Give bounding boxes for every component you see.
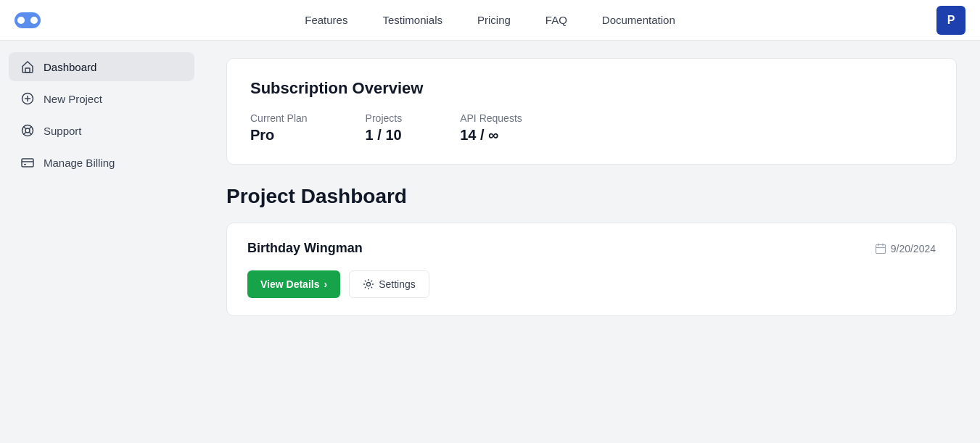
project-card: Birthday Wingman 9/20/2024 Vie [226, 223, 957, 316]
billing-icon [20, 155, 35, 170]
nav-testimonials[interactable]: Testimonials [382, 14, 442, 26]
settings-button[interactable]: Settings [349, 270, 429, 298]
svg-line-8 [30, 133, 32, 135]
project-date: 9/20/2024 [875, 243, 936, 254]
sidebar-dashboard-label: Dashboard [44, 61, 96, 73]
logo[interactable] [15, 12, 41, 28]
svg-rect-12 [24, 164, 26, 165]
svg-point-17 [367, 283, 371, 286]
svg-rect-13 [876, 244, 885, 253]
project-name: Birthday Wingman [247, 241, 363, 256]
nav-links: Features Testimonials Pricing FAQ Docume… [305, 14, 675, 26]
view-details-button[interactable]: View Details › [247, 270, 340, 298]
project-date-value: 9/20/2024 [891, 243, 936, 254]
user-avatar[interactable]: P [936, 6, 965, 35]
svg-line-7 [30, 127, 32, 129]
logo-icon [15, 12, 41, 28]
projects-item: Projects 1 / 10 [366, 112, 403, 144]
plus-circle-icon [20, 91, 35, 106]
svg-line-9 [24, 133, 26, 135]
content-area: Subscription Overview Current Plan Pro P… [203, 41, 980, 443]
sidebar-billing-label: Manage Billing [44, 157, 115, 169]
settings-gear-icon [363, 278, 374, 290]
home-icon [20, 59, 35, 74]
nav-pricing[interactable]: Pricing [477, 14, 511, 26]
svg-point-5 [25, 128, 30, 133]
sidebar-item-support[interactable]: Support [9, 116, 194, 145]
sidebar-new-project-label: New Project [44, 93, 102, 105]
chevron-right-icon: › [324, 278, 327, 290]
api-requests-item: API Requests 14 / ∞ [460, 112, 522, 144]
project-dashboard-title: Project Dashboard [226, 185, 957, 208]
settings-label: Settings [379, 278, 416, 290]
api-requests-value: 14 / ∞ [460, 127, 522, 144]
project-header: Birthday Wingman 9/20/2024 [247, 241, 936, 256]
nav-documentation[interactable]: Documentation [602, 14, 675, 26]
subscription-overview-card: Subscription Overview Current Plan Pro P… [226, 58, 957, 165]
view-details-label: View Details [260, 278, 319, 290]
sidebar-support-label: Support [44, 125, 82, 137]
calendar-icon [875, 243, 886, 254]
project-actions: View Details › Settings [247, 270, 936, 298]
current-plan-value: Pro [250, 127, 308, 144]
sidebar-item-new-project[interactable]: New Project [9, 84, 194, 113]
svg-rect-10 [22, 159, 33, 167]
sidebar: Dashboard New Project [0, 41, 203, 443]
subscription-grid: Current Plan Pro Projects 1 / 10 API Req… [250, 112, 933, 144]
main-layout: Dashboard New Project [0, 41, 980, 443]
api-requests-label: API Requests [460, 112, 522, 124]
current-plan-item: Current Plan Pro [250, 112, 308, 144]
nav-features[interactable]: Features [305, 14, 347, 26]
sidebar-item-manage-billing[interactable]: Manage Billing [9, 148, 194, 177]
nav-faq[interactable]: FAQ [545, 14, 567, 26]
subscription-title: Subscription Overview [250, 79, 933, 98]
current-plan-label: Current Plan [250, 112, 308, 124]
svg-line-6 [24, 127, 26, 129]
svg-rect-0 [25, 68, 30, 73]
support-icon [20, 123, 35, 138]
projects-label: Projects [366, 112, 403, 124]
top-navigation: Features Testimonials Pricing FAQ Docume… [0, 0, 980, 41]
projects-value: 1 / 10 [366, 127, 403, 144]
sidebar-item-dashboard[interactable]: Dashboard [9, 52, 194, 81]
